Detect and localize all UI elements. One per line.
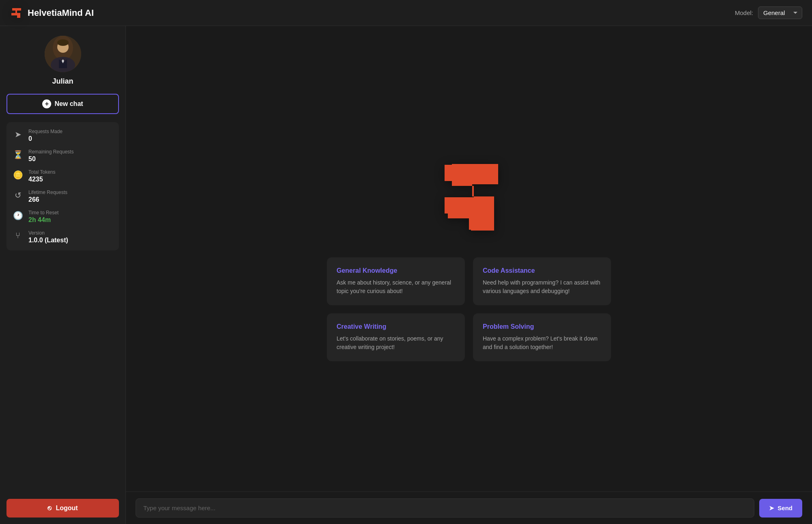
feature-card-0-desc: Ask me about history, science, or any ge… (337, 278, 455, 295)
stats-card: ➤ Requests Made 0 ⏳ Remaining Requests 5… (6, 122, 119, 250)
header-title: HelvetiaMind AI (28, 8, 94, 18)
plus-icon: + (42, 99, 51, 108)
svg-point-4 (57, 39, 69, 46)
header-logo-area: HelvetiaMind AI (10, 6, 94, 19)
stat-content-reset: Time to Reset 2h 44m (28, 210, 58, 224)
feature-card-2-desc: Let's collaborate on stories, poems, or … (337, 334, 455, 351)
requests-made-icon: ➤ (13, 129, 23, 139)
new-chat-button[interactable]: + New chat (6, 94, 119, 114)
main-content: General Knowledge Ask me about history, … (126, 26, 812, 524)
model-label: Model: (735, 9, 753, 16)
version-label: Version (28, 230, 68, 236)
new-chat-label: New chat (54, 100, 83, 108)
stat-row-tokens: 🪙 Total Tokens 4235 (13, 169, 112, 183)
version-icon: ⑂ (13, 231, 23, 240)
stat-row-remaining: ⏳ Remaining Requests 50 (13, 149, 112, 163)
logout-label: Logout (56, 505, 78, 512)
version-value: 1.0.0 (Latest) (28, 237, 68, 244)
stat-row-version: ⑂ Version 1.0.0 (Latest) (13, 230, 112, 244)
send-icon: ➤ (769, 505, 774, 512)
logout-button[interactable]: ⎋ Logout (6, 499, 119, 518)
send-label: Send (777, 505, 793, 511)
lifetime-value: 266 (28, 196, 67, 203)
sidebar: Julian + New chat ➤ Requests Made 0 ⏳ Re… (0, 26, 126, 524)
lifetime-label: Lifetime Requests (28, 190, 67, 195)
reset-label: Time to Reset (28, 210, 58, 216)
tokens-value: 4235 (28, 176, 56, 183)
feature-card-1-title: Code Assistance (483, 267, 601, 274)
stat-row-lifetime: ↺ Lifetime Requests 266 (13, 190, 112, 203)
remaining-label: Remaining Requests (28, 149, 73, 155)
header-right: Model: General Advanced Code (735, 6, 802, 19)
requests-made-label: Requests Made (28, 129, 63, 134)
stat-content-version: Version 1.0.0 (Latest) (28, 230, 68, 244)
user-section: Julian (6, 36, 119, 86)
requests-made-value: 0 (28, 135, 63, 142)
feature-card-3-desc: Have a complex problem? Let's break it d… (483, 334, 601, 351)
stat-content-requests-made: Requests Made 0 (28, 129, 63, 142)
chat-area: General Knowledge Ask me about history, … (126, 26, 812, 492)
feature-card-2[interactable]: Creative Writing Let's collaborate on st… (327, 313, 465, 361)
tokens-icon: 🪙 (13, 170, 23, 180)
send-button[interactable]: ➤ Send (759, 499, 802, 518)
stat-row-reset: 🕐 Time to Reset 2h 44m (13, 210, 112, 224)
header: HelvetiaMind AI Model: General Advanced … (0, 0, 812, 26)
model-select[interactable]: General Advanced Code (758, 6, 802, 19)
sidebar-bottom: ⎋ Logout (6, 499, 119, 518)
username: Julian (52, 77, 73, 86)
feature-grid: General Knowledge Ask me about history, … (327, 257, 611, 361)
logout-icon: ⎋ (48, 505, 52, 512)
feature-card-1-desc: Need help with programming? I can assist… (483, 278, 601, 295)
stat-row-requests-made: ➤ Requests Made 0 (13, 129, 112, 142)
message-input[interactable] (136, 498, 754, 518)
avatar-image (45, 36, 81, 72)
lifetime-icon: ↺ (13, 190, 23, 200)
brand-logo-large (428, 157, 510, 238)
feature-card-1[interactable]: Code Assistance Need help with programmi… (473, 257, 611, 305)
stat-content-lifetime: Lifetime Requests 266 (28, 190, 67, 203)
reset-icon: 🕐 (13, 211, 23, 220)
feature-card-3-title: Problem Solving (483, 323, 601, 330)
tokens-label: Total Tokens (28, 169, 56, 175)
avatar (45, 36, 81, 72)
main-layout: Julian + New chat ➤ Requests Made 0 ⏳ Re… (0, 26, 812, 524)
stat-content-tokens: Total Tokens 4235 (28, 169, 56, 183)
feature-card-0[interactable]: General Knowledge Ask me about history, … (327, 257, 465, 305)
reset-value: 2h 44m (28, 216, 58, 224)
remaining-value: 50 (28, 155, 73, 163)
input-area: ➤ Send (126, 492, 812, 524)
feature-card-2-title: Creative Writing (337, 323, 455, 330)
feature-card-0-title: General Knowledge (337, 267, 455, 274)
stat-content-remaining: Remaining Requests 50 (28, 149, 73, 163)
header-logo-icon (10, 6, 23, 19)
feature-card-3[interactable]: Problem Solving Have a complex problem? … (473, 313, 611, 361)
big-logo (428, 157, 510, 238)
remaining-icon: ⏳ (13, 150, 23, 160)
